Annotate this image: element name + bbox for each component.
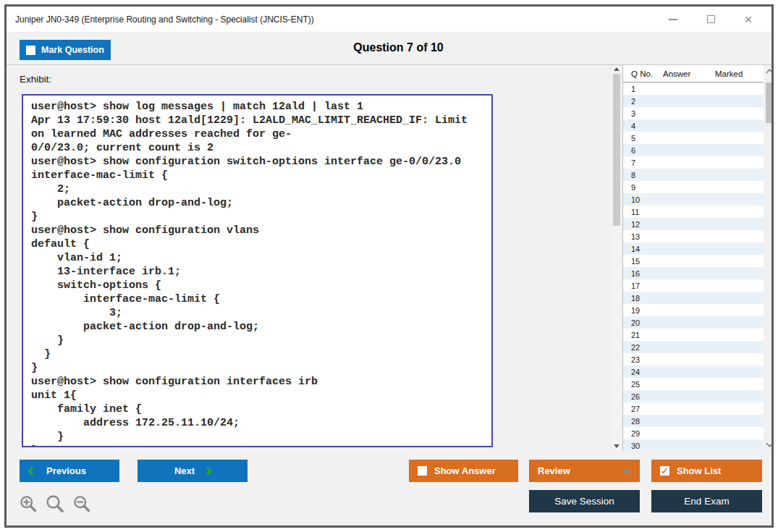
scroll-down-arrow-icon[interactable] (614, 444, 620, 448)
show-answer-button[interactable]: Show Answer (409, 460, 518, 482)
table-row[interactable]: 14 (623, 242, 764, 255)
q-number: 5 (623, 134, 663, 143)
table-row[interactable]: 4 (623, 119, 764, 132)
zoom-out-icon[interactable] (72, 494, 92, 514)
question-list-header: Q No. Answer Marked (623, 65, 774, 83)
table-row[interactable]: 22 (623, 341, 764, 353)
title-bar: Juniper JN0-349 (Enterprise Routing and … (7, 7, 771, 33)
q-number: 24 (623, 368, 663, 376)
check-icon: ✓ (661, 467, 668, 476)
maximize-icon (707, 15, 715, 23)
show-list-button[interactable]: ✓ Show List (651, 460, 762, 482)
zoom-in-icon[interactable] (19, 494, 38, 514)
triangle-up-icon (622, 468, 631, 473)
table-row[interactable]: 13 (623, 230, 764, 242)
exam-app-window: Juniper JN0-349 (Enterprise Routing and … (4, 4, 774, 528)
scroll-up-arrow-icon[interactable] (614, 67, 620, 71)
q-number: 16 (623, 269, 663, 278)
list-scrollbar[interactable] (764, 65, 774, 451)
q-number: 19 (623, 306, 663, 315)
table-row[interactable]: 7 (623, 156, 764, 169)
maximize-button[interactable] (705, 14, 716, 25)
table-row[interactable]: 29 (623, 427, 764, 439)
table-row[interactable]: 27 (623, 402, 764, 415)
column-header-qno: Q No. (623, 69, 663, 78)
column-header-answer: Answer (663, 69, 715, 78)
previous-label: Previous (46, 465, 86, 476)
table-row[interactable]: 28 (623, 415, 764, 427)
table-row[interactable]: 5 (623, 132, 764, 144)
q-number: 11 (623, 208, 663, 216)
magnifier-icon[interactable] (45, 494, 66, 515)
table-row[interactable]: 20 (623, 316, 764, 329)
table-row[interactable]: 24 (623, 366, 764, 378)
q-number: 10 (623, 195, 663, 204)
end-exam-label: End Exam (684, 496, 729, 507)
next-button[interactable]: Next (138, 460, 248, 482)
q-number: 18 (623, 294, 663, 303)
table-row[interactable]: 18 (623, 292, 764, 304)
show-answer-label: Show Answer (434, 465, 496, 476)
previous-button[interactable]: Previous (20, 460, 119, 482)
chevron-right-icon (203, 467, 211, 475)
q-number: 30 (623, 442, 663, 450)
list-scrollbar-thumb[interactable] (766, 83, 774, 123)
table-row[interactable]: 16 (623, 267, 764, 279)
question-counter: Question 7 of 10 (7, 41, 771, 54)
q-number: 7 (623, 159, 663, 167)
show-list-label: Show List (677, 465, 721, 476)
q-number: 12 (623, 220, 663, 229)
q-number: 3 (623, 109, 663, 118)
chevron-left-icon (28, 467, 35, 475)
main-scrollbar-thumb[interactable] (613, 74, 620, 226)
q-number: 15 (623, 257, 663, 266)
minimize-button[interactable] (667, 14, 679, 25)
table-row[interactable]: 2 (623, 95, 764, 107)
table-row[interactable]: 19 (623, 304, 764, 316)
table-row[interactable]: 12 (623, 218, 764, 230)
list-scroll-up-icon[interactable] (766, 69, 774, 77)
main-scrollbar[interactable] (612, 65, 621, 451)
table-row[interactable]: 9 (623, 181, 764, 193)
q-number: 14 (623, 245, 663, 253)
next-label: Next (174, 465, 195, 476)
q-number: 27 (623, 405, 663, 413)
save-session-button[interactable]: Save Session (529, 490, 640, 512)
table-row[interactable]: 21 (623, 329, 764, 341)
zoom-toolbar (19, 494, 92, 515)
table-row[interactable]: 25 (623, 378, 764, 390)
table-row[interactable]: 23 (623, 353, 764, 366)
list-scroll-down-icon[interactable] (766, 440, 774, 447)
show-answer-checkbox[interactable] (418, 466, 427, 476)
table-row[interactable]: 1 (623, 83, 764, 95)
q-number: 20 (623, 318, 663, 327)
end-exam-button[interactable]: End Exam (651, 490, 762, 512)
show-list-checkbox[interactable]: ✓ (660, 466, 669, 476)
exhibit-code: user@host> show log messages | match 12a… (23, 96, 491, 447)
close-button[interactable]: × (743, 14, 754, 25)
table-row[interactable]: 26 (623, 390, 764, 402)
q-number: 2 (623, 97, 663, 106)
table-row[interactable]: 10 (623, 193, 764, 206)
table-row[interactable]: 11 (623, 206, 764, 218)
review-label: Review (538, 465, 570, 476)
window-title: Juniper JN0-349 (Enterprise Routing and … (15, 14, 314, 25)
table-row[interactable]: 17 (623, 279, 764, 292)
q-number: 8 (623, 171, 663, 180)
q-number: 17 (623, 282, 663, 290)
question-list-panel: Q No. Answer Marked 1 2 3 4 5 6 7 8 9 (622, 65, 774, 451)
table-row[interactable]: 15 (623, 255, 764, 267)
screenshot-frame: Juniper JN0-349 (Enterprise Routing and … (0, 0, 778, 532)
table-row[interactable]: 8 (623, 169, 764, 181)
table-row[interactable]: 3 (623, 107, 764, 119)
table-row[interactable]: 6 (623, 144, 764, 156)
q-number: 29 (623, 429, 663, 438)
minimize-icon (669, 19, 677, 20)
review-button[interactable]: Review (529, 460, 640, 482)
q-number: 22 (623, 343, 663, 352)
q-number: 4 (623, 122, 663, 130)
q-number: 21 (623, 331, 663, 339)
table-row[interactable]: 30 (623, 439, 764, 452)
exhibit-box: user@host> show log messages | match 12a… (22, 94, 493, 447)
q-number: 28 (623, 417, 663, 426)
